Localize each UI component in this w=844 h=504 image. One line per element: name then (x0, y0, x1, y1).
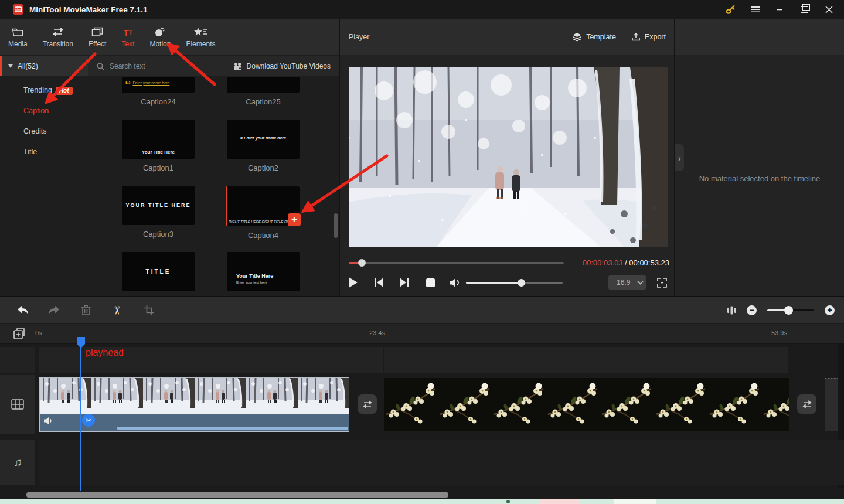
transition-slot-button[interactable] (358, 394, 377, 414)
caption-item-2[interactable]: # Enter your name here Caption2 (227, 120, 300, 186)
volume-icon[interactable] (447, 273, 463, 292)
category-all-label: All(52) (18, 62, 38, 70)
timeline-horizontal-scrollbar[interactable] (26, 492, 448, 498)
split-at-playhead-badge[interactable]: ✂ (82, 414, 95, 427)
text-tt-icon: TT (124, 26, 132, 37)
playhead-marker[interactable] (76, 336, 86, 349)
volume-handle[interactable] (518, 279, 525, 287)
previous-frame-button[interactable] (370, 273, 387, 292)
caption-thumbnail[interactable]: ωEnter your name here (122, 77, 195, 93)
split-scissors-button[interactable]: ✂ (108, 301, 126, 319)
playback-controls: 16:9 (340, 273, 674, 292)
tab-effect[interactable]: Effect (89, 26, 106, 48)
caption-item-25[interactable]: Caption25 (227, 77, 300, 120)
video-track-gutter (0, 375, 35, 434)
transition-arrows-icon (52, 26, 64, 37)
fullscreen-button[interactable] (654, 273, 670, 292)
media-folder-icon (12, 26, 23, 37)
transition-slot-button[interactable] (797, 394, 816, 414)
chevron-down-icon (8, 64, 13, 68)
playhead-line[interactable] (80, 343, 81, 491)
empty-selection-message: No material selected on the timeline (675, 174, 844, 183)
timeline-clip-flowers[interactable] (384, 378, 789, 431)
tab-label: Transition (43, 40, 73, 48)
search-input[interactable] (108, 62, 199, 71)
add-media-button[interactable] (12, 327, 26, 341)
sidebar-item-credits[interactable]: Credits (0, 121, 88, 142)
caption-preview-text: YOUR TITLE HERE (122, 202, 195, 208)
caption-scrollbar[interactable] (334, 213, 338, 238)
add-to-timeline-button[interactable]: + (288, 213, 301, 226)
overlay-track-gutter (0, 347, 35, 373)
elements-star-icon (193, 26, 207, 37)
video-preview[interactable] (349, 67, 668, 247)
timeline-ruler[interactable]: 0s 23.4s 53.9s (0, 324, 844, 344)
sidebar-item-label: Trending (23, 80, 52, 101)
caption-thumbnail[interactable]: TITLE (122, 252, 195, 291)
caption-thumbnail[interactable]: Your Title Here Enter your text here (227, 252, 300, 291)
register-key-icon[interactable] (724, 4, 736, 15)
category-all-row[interactable]: All(52) (0, 56, 88, 76)
caption-item-24[interactable]: ωEnter your name here Caption24 (122, 77, 195, 120)
caption-item-3[interactable]: YOUR TITLE HERE Caption3 (122, 186, 195, 252)
download-youtube-button[interactable]: Download YouTube Videos (233, 62, 339, 71)
volume-fill (466, 282, 521, 284)
background-pink-block (539, 499, 579, 504)
close-button[interactable] (823, 4, 835, 15)
minimize-button[interactable] (774, 4, 785, 15)
export-button[interactable]: Export (631, 32, 666, 42)
tab-transition[interactable]: Transition (43, 26, 73, 48)
zoom-in-button[interactable]: + (825, 305, 835, 315)
text-library-panel: All(52) Download YouTube Videos Trending… (0, 55, 339, 296)
caption-item-4-selected[interactable]: RIGHT TITLE HERE RIGHT TITLE RIGHT TITL … (227, 186, 300, 252)
zoom-slider[interactable] (767, 309, 814, 311)
caption-thumbnail[interactable]: YOUR TITLE HERE (122, 186, 195, 225)
collapse-panel-button[interactable]: › (675, 144, 684, 171)
sidebar-item-caption[interactable]: Caption (0, 101, 88, 121)
caption-thumbnail[interactable]: Your Title Here (122, 120, 195, 159)
sidebar-item-label: Credits (23, 121, 47, 142)
seek-bar[interactable] (349, 262, 564, 264)
menu-icon[interactable] (749, 4, 761, 15)
motion-ball-icon (154, 26, 166, 37)
sidebar-item-trending[interactable]: Trending Hot (0, 80, 88, 101)
redo-button[interactable] (45, 301, 63, 319)
tab-label: Motion (149, 40, 171, 48)
tab-motion[interactable]: Motion (149, 26, 171, 48)
search-bar: Download YouTube Videos (88, 56, 339, 76)
template-label: Template (586, 33, 616, 41)
timeline-toolbar: ✂ − + (0, 297, 844, 323)
play-button[interactable] (345, 273, 361, 292)
music-track[interactable] (39, 440, 844, 485)
caption-item-5[interactable]: TITLE (122, 252, 195, 296)
seek-handle[interactable] (358, 259, 366, 267)
delete-button[interactable] (77, 301, 94, 319)
stop-button[interactable] (422, 273, 438, 292)
timeline-zoom-controls: − + (727, 297, 835, 323)
caption-name: Caption4 (248, 231, 278, 240)
sidebar-item-title[interactable]: Title (0, 142, 88, 162)
aspect-ratio-dropdown[interactable]: 16:9 (608, 275, 646, 290)
caption-item-1[interactable]: Your Title Here Caption1 (122, 120, 195, 186)
caption-item-6[interactable]: Your Title Here Enter your text here (227, 252, 300, 296)
tab-text[interactable]: TT Text (121, 26, 134, 48)
caption-thumbnail[interactable]: # Enter your name here (227, 120, 300, 159)
tab-elements[interactable]: Elements (186, 26, 215, 48)
volume-slider[interactable] (466, 282, 563, 284)
next-frame-button[interactable] (396, 273, 412, 292)
ruler-time-label: 53.9s (771, 329, 787, 336)
scissors-icon: ✂ (86, 417, 91, 424)
restore-button[interactable] (798, 4, 810, 15)
undo-button[interactable] (14, 301, 32, 319)
properties-panel: › No material selected on the timeline (675, 55, 844, 296)
caption-thumbnail-selected[interactable]: RIGHT TITLE HERE RIGHT TITLE RIGHT TITL … (226, 186, 300, 226)
zoom-handle[interactable] (784, 306, 793, 315)
template-button[interactable]: Template (572, 32, 616, 42)
caption-preview-text: TITLE (122, 268, 195, 275)
caption-thumbnail[interactable] (227, 77, 300, 93)
tab-media[interactable]: Media (8, 26, 28, 48)
crop-button[interactable] (140, 301, 158, 319)
player-panel-title: Player (349, 33, 369, 41)
zoom-out-button[interactable]: − (747, 305, 757, 315)
music-track-icon: ♫ (13, 456, 22, 469)
